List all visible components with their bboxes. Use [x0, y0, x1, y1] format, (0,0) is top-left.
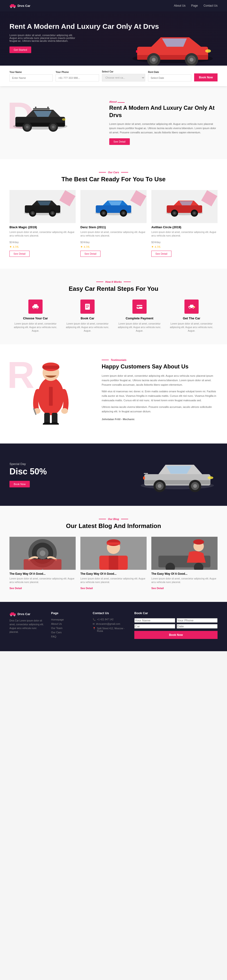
svg-point-94 — [208, 476, 213, 479]
blog-2-desc: Lorem ipsum dolor sit amet, consectetur … — [80, 577, 147, 584]
blog-3-detail-link[interactable]: See Detail — [151, 587, 164, 590]
svg-rect-64 — [137, 306, 142, 307]
how-step-1: Choose Your Car Lorem ipsum dolor sit am… — [12, 299, 59, 332]
hero-cta-button[interactable]: Get Started — [10, 46, 31, 53]
blog-1-desc: Lorem ipsum dolor sit amet, consectetur … — [10, 577, 76, 584]
nav-contact[interactable]: Contact Us — [204, 4, 217, 7]
testimonials-person-area: R — [10, 358, 92, 430]
booking-date-label: Rent Date — [148, 71, 191, 73]
how-step-4: Get The Car Lorem ipsum dolor sit amet, … — [168, 299, 215, 332]
about-cta-button[interactable]: See Detail — [109, 138, 130, 145]
svg-rect-95 — [143, 477, 145, 479]
footer-link-homepage[interactable]: Homepage — [51, 618, 86, 621]
testimonials-body3: Ultrices lacinia iaculis viverra bibendu… — [102, 405, 217, 414]
blog-2-title: The Easy Way Of A Good... — [80, 572, 147, 576]
blog-1-detail-link[interactable]: See Detail — [10, 587, 22, 590]
svg-rect-62 — [86, 307, 88, 308]
about-tag: About — [109, 100, 217, 103]
svg-rect-109 — [109, 555, 118, 570]
cars-grid: Black Magic (2019) Lorem ipsum dolor sit… — [10, 190, 217, 257]
footer-book-col: Book Car Book Now — [134, 611, 217, 640]
car-1-desc: Lorem ipsum dolor sit amet, consectetur … — [10, 231, 76, 237]
car-card-3: Avillian Circle (2019) Lorem ipsum dolor… — [151, 190, 217, 257]
car-1-rating: ★ 4.7/5 — [10, 245, 76, 248]
how-step-2: Book Car Lorem ipsum dolor sit amet, con… — [64, 299, 111, 332]
footer-email: ✉ drvscarem@gmail.com — [93, 623, 127, 625]
svg-point-34 — [32, 212, 34, 214]
special-cta-button[interactable]: Book Now — [10, 481, 30, 487]
footer-contact-col: Contact Us 📞 +1 421 847 142 ✉ drvscarem@… — [93, 611, 127, 640]
svg-rect-1 — [11, 4, 14, 6]
hero-section: Rent A Modern And Luxury Car Only At Drv… — [0, 11, 227, 73]
footer-contact-title: Contact Us — [93, 611, 127, 615]
svg-rect-65 — [137, 307, 139, 308]
testimonials-content: Testimonials Happy Customers Say About U… — [102, 358, 217, 424]
car-3-price: $24/day — [151, 239, 217, 244]
footer-book-phone-input[interactable] — [177, 618, 217, 623]
footer-brand-name: Drvs Car — [18, 612, 30, 616]
how-steps-grid: Choose Your Car Lorem ipsum dolor sit am… — [10, 299, 217, 332]
navbar: Drvs Car About Us Page Contact Us — [0, 0, 227, 11]
svg-point-53 — [193, 212, 195, 214]
footer-book-button[interactable]: Book Now — [134, 631, 217, 639]
footer-page-title: Page — [51, 611, 86, 615]
footer-link-about[interactable]: About Us — [51, 622, 86, 625]
how-tag: How It Works — [10, 280, 217, 283]
testimonials-author: Johntatan Fritil - Mechanic — [102, 417, 217, 422]
how-step-4-title: Get The Car — [168, 317, 215, 320]
how-icon-3 — [133, 299, 147, 314]
svg-point-101 — [40, 550, 45, 556]
car-2-name: Denz Stem (2011) — [80, 226, 147, 229]
footer-phone: 📞 +1 421 847 142 — [93, 618, 127, 621]
footer-grid: Drvs Car Drvs Car Lorem ipsum dolor sit … — [10, 611, 217, 640]
booking-phone-input[interactable] — [56, 74, 99, 81]
footer-book-date-input[interactable] — [177, 624, 217, 628]
blog-card-2-image — [80, 537, 147, 570]
car-3-detail-button[interactable]: See Detail — [151, 251, 171, 257]
svg-rect-28 — [47, 107, 49, 110]
svg-point-45 — [123, 212, 125, 214]
cars-tag: Our Cars — [10, 171, 217, 174]
footer-brand-col: Drvs Car Drvs Car Lorem ipsum dolor sit … — [10, 611, 44, 640]
svg-rect-103 — [43, 559, 61, 570]
car-card-1-image — [10, 190, 76, 223]
svg-rect-107 — [107, 542, 120, 545]
about-car-image — [10, 102, 100, 133]
booking-car-select[interactable]: Choose rent ca... — [102, 74, 145, 81]
about-text: About Rent A Modern And Luxury Car Only … — [109, 100, 217, 145]
svg-rect-27 — [35, 107, 37, 110]
car-card-1: Black Magic (2019) Lorem ipsum dolor sit… — [10, 190, 76, 257]
footer-link-faq[interactable]: FAQ — [51, 635, 86, 638]
booking-date-input[interactable] — [148, 74, 191, 81]
how-step-4-desc: Lorem ipsum dolor sit amet, consectetur … — [168, 322, 215, 332]
car-1-name: Black Magic (2019) — [10, 226, 76, 229]
footer-link-team[interactable]: Our Team — [51, 627, 86, 630]
blog-2-detail-link[interactable]: See Detail — [80, 587, 93, 590]
svg-point-29 — [62, 118, 66, 121]
booking-submit-button[interactable]: Book Now — [194, 73, 217, 81]
svg-point-25 — [52, 126, 54, 129]
nav-page[interactable]: Page — [191, 4, 198, 7]
testimonials-section: R — [0, 344, 227, 444]
how-icon-1 — [28, 299, 43, 314]
how-icon-2 — [80, 299, 94, 314]
how-step-3: Complete Payment Lorem ipsum dolor sit a… — [116, 299, 163, 332]
nav-about[interactable]: About Us — [174, 4, 185, 7]
blog-title: Our Latest Blog And Information — [10, 522, 217, 530]
svg-rect-59 — [85, 304, 90, 310]
car-1-detail-button[interactable]: See Detail — [10, 251, 30, 257]
booking-name-label: Your Name — [10, 71, 53, 73]
about-body: Lorem ipsum dolor sit amet, consectetur … — [109, 122, 217, 135]
car-2-price: $24/day — [80, 239, 147, 244]
footer-link-cars[interactable]: Our Cars — [51, 631, 86, 634]
svg-point-69 — [189, 308, 190, 309]
car-2-detail-button[interactable]: See Detail — [80, 251, 101, 257]
booking-name-input[interactable] — [10, 74, 53, 81]
how-step-3-title: Complete Payment — [116, 317, 163, 320]
footer-address: 📍 Split Street 412, Moscow - Rusia — [93, 627, 127, 632]
blog-card-1-image — [10, 537, 76, 570]
footer-logo: Drvs Car — [10, 611, 44, 617]
footer-book-name-input[interactable] — [134, 618, 175, 623]
how-icon-4 — [184, 299, 199, 314]
footer-book-car-input[interactable] — [134, 624, 175, 628]
